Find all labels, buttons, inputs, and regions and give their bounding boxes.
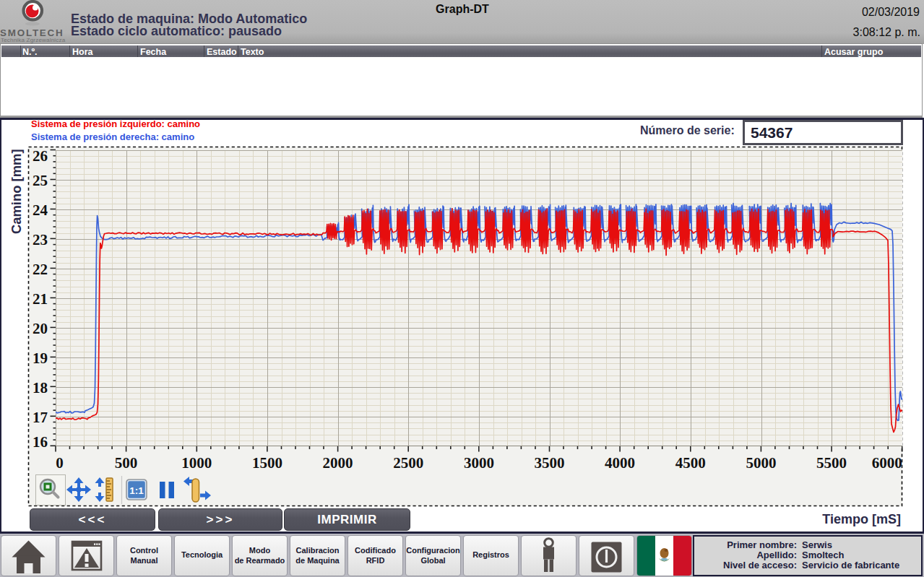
svg-text:Technika Zgrzewalnicza: Technika Zgrzewalnicza — [1, 37, 66, 43]
svg-text:Camino [mm]: Camino [mm] — [9, 149, 24, 234]
svg-text:1:1: 1:1 — [129, 485, 144, 496]
